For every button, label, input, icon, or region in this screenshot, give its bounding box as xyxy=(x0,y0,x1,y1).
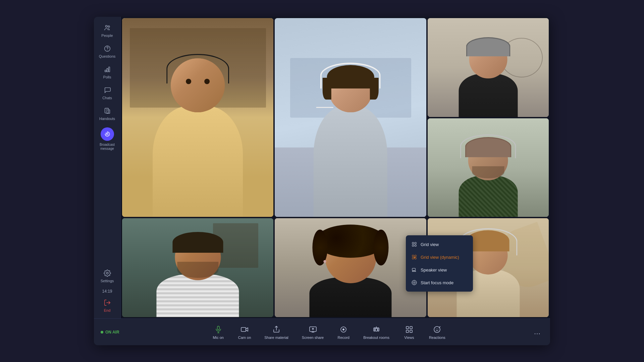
speaker-view-icon xyxy=(411,267,417,273)
svg-rect-12 xyxy=(412,245,414,246)
cam-button[interactable]: Cam on xyxy=(233,322,257,342)
svg-rect-13 xyxy=(415,245,416,246)
sidebar-item-chats[interactable]: Chats xyxy=(95,83,119,103)
breakout-rooms-button[interactable]: Breakout rooms xyxy=(358,322,395,342)
screen-share-icon xyxy=(308,325,318,334)
video-cell-4[interactable] xyxy=(428,118,549,217)
more-dots: ... xyxy=(534,328,541,336)
bottom-bar: ON AIR Mic on xyxy=(94,318,550,345)
sidebar-item-settings[interactable]: Settings xyxy=(95,266,119,286)
more-button[interactable]: ... xyxy=(531,326,543,338)
svg-rect-34 xyxy=(410,326,412,329)
share-material-button[interactable]: Share material xyxy=(259,322,294,342)
video-grid: Grid view Grid view (dynamic) Speaker vi… xyxy=(121,17,550,318)
bottom-bar-actions: Mic on Cam on xyxy=(126,322,531,342)
main-area: People Questions Polls Chats xyxy=(94,17,550,318)
video-cell-1[interactable] xyxy=(122,18,273,217)
reactions-icon xyxy=(432,325,442,334)
screen-share-label: Screen share xyxy=(302,336,324,340)
sidebar-end-button[interactable]: End xyxy=(102,296,112,315)
chats-icon xyxy=(103,86,112,95)
svg-rect-10 xyxy=(412,242,414,244)
speaker-view-label: Speaker view xyxy=(421,267,447,273)
sidebar-item-questions[interactable]: Questions xyxy=(95,42,119,61)
svg-point-24 xyxy=(413,281,416,284)
sidebar-item-broadcast-label: Broadcast message xyxy=(97,143,118,151)
svg-rect-20 xyxy=(412,271,413,272)
reactions-label: Reactions xyxy=(429,336,445,340)
record-label: Record xyxy=(338,336,350,340)
menu-item-grid-dynamic[interactable]: Grid view (dynamic) xyxy=(406,251,473,263)
sidebar-time: 14:19 xyxy=(102,286,112,296)
sidebar-item-handouts[interactable]: Handouts xyxy=(95,104,119,123)
video-cell-2[interactable] xyxy=(275,18,426,217)
share-material-label: Share material xyxy=(264,336,288,340)
grid-view-icon xyxy=(411,241,417,247)
sidebar-item-people-label: People xyxy=(101,34,113,38)
video-inner-1 xyxy=(122,18,273,217)
sidebar-item-handouts-label: Handouts xyxy=(99,117,115,121)
on-air-text: ON AIR xyxy=(105,330,119,335)
reactions-button[interactable]: Reactions xyxy=(424,322,451,342)
grid-dynamic-label: Grid view (dynamic) xyxy=(421,255,459,260)
svg-rect-16 xyxy=(412,257,414,259)
svg-point-31 xyxy=(342,328,344,330)
sidebar-item-polls[interactable]: Polls xyxy=(95,62,119,82)
focus-mode-label: Start focus mode xyxy=(421,280,453,285)
svg-rect-14 xyxy=(412,255,414,257)
grid-view-label: Grid view xyxy=(421,242,439,247)
menu-item-grid-view[interactable]: Grid view xyxy=(406,238,473,251)
video-inner-3 xyxy=(428,18,549,117)
svg-point-1 xyxy=(108,26,110,27)
views-label: Views xyxy=(404,336,414,340)
sidebar-end-label: End xyxy=(104,308,111,312)
views-icon xyxy=(405,325,414,334)
svg-point-9 xyxy=(106,272,108,274)
on-air-dot xyxy=(101,331,103,334)
svg-rect-36 xyxy=(410,330,412,333)
sidebar-item-polls-label: Polls xyxy=(103,75,111,79)
video-inner-6 xyxy=(275,218,426,317)
svg-rect-27 xyxy=(241,327,246,331)
svg-rect-32 xyxy=(375,328,377,331)
sidebar-item-settings-label: Settings xyxy=(101,279,114,283)
sidebar-item-broadcast[interactable]: Broadcast message xyxy=(95,125,119,154)
svg-point-37 xyxy=(434,326,440,333)
video-inner-4 xyxy=(428,118,549,217)
video-cell-5[interactable] xyxy=(122,218,273,317)
people-icon xyxy=(103,23,112,32)
video-inner-5 xyxy=(122,218,273,317)
svg-rect-15 xyxy=(415,255,416,257)
sidebar-item-people[interactable]: People xyxy=(95,21,119,40)
record-icon xyxy=(339,325,348,334)
mic-button[interactable]: Mic on xyxy=(207,322,230,342)
record-button[interactable]: Record xyxy=(332,322,355,342)
svg-point-38 xyxy=(436,328,437,329)
menu-item-focus-mode[interactable]: Start focus mode xyxy=(406,276,473,289)
svg-rect-21 xyxy=(414,271,415,272)
grid-dynamic-icon xyxy=(411,254,417,260)
svg-rect-6 xyxy=(108,67,110,72)
views-button[interactable]: Views xyxy=(397,322,421,342)
app-container: People Questions Polls Chats xyxy=(94,17,550,345)
svg-point-3 xyxy=(107,50,107,50)
video-cell-3[interactable] xyxy=(428,18,549,117)
end-icon xyxy=(104,299,111,307)
mic-label: Mic on xyxy=(213,336,224,340)
cam-label: Cam on xyxy=(238,336,251,340)
svg-rect-5 xyxy=(107,68,108,72)
video-cell-6[interactable] xyxy=(275,218,426,317)
svg-point-23 xyxy=(414,282,415,283)
video-inner-2 xyxy=(275,18,426,217)
svg-point-39 xyxy=(438,328,438,329)
screen-share-button[interactable]: Screen share xyxy=(297,322,329,342)
menu-item-speaker-view[interactable]: Speaker view xyxy=(406,263,473,276)
svg-rect-22 xyxy=(415,271,416,272)
mic-icon xyxy=(214,325,223,334)
breakout-label: Breakout rooms xyxy=(363,336,389,340)
views-context-menu: Grid view Grid view (dynamic) Speaker vi… xyxy=(406,235,473,292)
questions-icon xyxy=(103,44,112,53)
on-air-badge: ON AIR xyxy=(101,330,119,335)
svg-point-0 xyxy=(105,25,107,27)
polls-icon xyxy=(103,65,112,74)
